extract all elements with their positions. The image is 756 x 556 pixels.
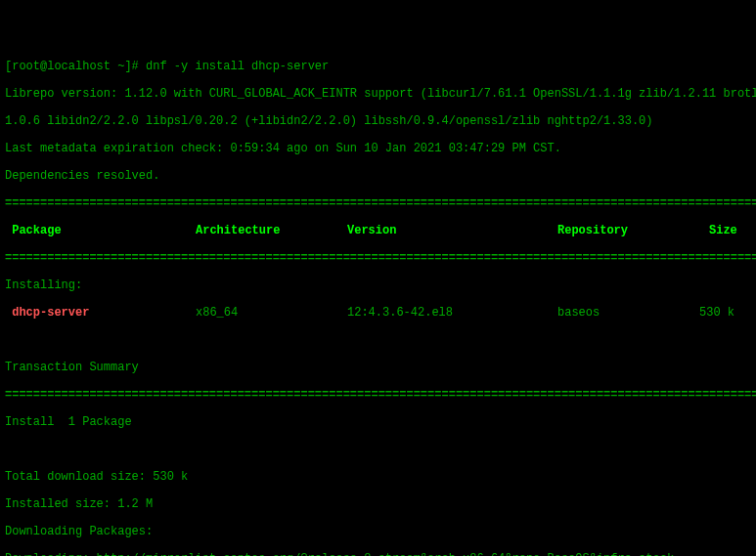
hdr-version: Version: [347, 224, 557, 237]
resolved-line: Dependencies resolved.: [5, 169, 751, 183]
blank: [5, 443, 751, 456]
dl-url-1: Downloading: http://mirrorlist.centos.or…: [5, 552, 751, 556]
txn-summary: Transaction Summary: [5, 361, 751, 374]
pkg-name: dhcp-server: [5, 306, 196, 320]
hdr-repo: Repository: [557, 224, 709, 237]
table-header: PackageArchitectureVersionRepositorySize: [5, 224, 751, 237]
librepo-line-1: Librepo version: 1.12.0 with CURL_GLOBAL…: [5, 87, 751, 101]
pkg-version: 12:4.3.6-42.el8: [347, 306, 557, 320]
separator: ========================================…: [5, 251, 751, 265]
table-row: dhcp-serverx86_6412:4.3.6-42.el8baseos53…: [5, 306, 751, 320]
separator: ========================================…: [5, 196, 751, 210]
prompt-line: [root@localhost ~]# dnf -y install dhcp-…: [5, 60, 751, 73]
librepo-line-2: 1.0.6 libidn2/2.2.0 libpsl/0.20.2 (+libi…: [5, 114, 751, 128]
separator: ========================================…: [5, 388, 751, 402]
dl-size: Total download size: 530 k: [5, 470, 751, 484]
pkg-size: 530 k: [699, 306, 734, 320]
dl-packages: Downloading Packages:: [5, 525, 751, 538]
hdr-package: Package: [5, 224, 196, 237]
hdr-arch: Architecture: [196, 224, 347, 237]
install-count: Install 1 Package: [5, 415, 751, 429]
installing-label: Installing:: [5, 278, 751, 292]
hdr-size: Size: [709, 224, 737, 237]
metadata-line: Last metadata expiration check: 0:59:34 …: [5, 142, 751, 155]
blank: [5, 333, 751, 347]
pkg-arch: x86_64: [196, 306, 347, 320]
pkg-repo: baseos: [557, 306, 699, 320]
inst-size: Installed size: 1.2 M: [5, 497, 751, 511]
